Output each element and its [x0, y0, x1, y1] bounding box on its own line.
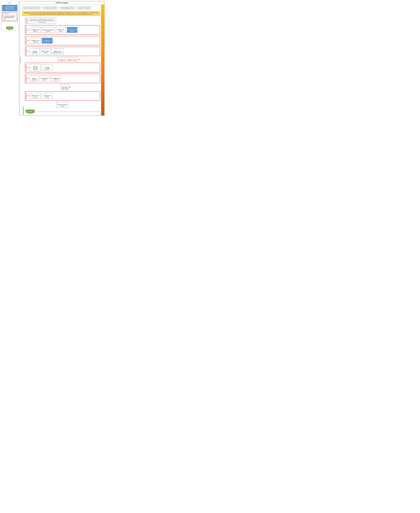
- p2-item-1: BB "alleleCount" (cpu=max): [42, 38, 52, 44]
- p5-item-2: CaVEMan filter (cpu=1): [51, 76, 61, 81]
- key-results-area: Results: [2, 24, 17, 30]
- p1-item-1: Genotype comparison (cpu=1): [42, 27, 55, 33]
- pre-exec-label: PRE-EXEC: [25, 18, 27, 24]
- p6-item-1: verifyBam "MT" (cpu=1): [42, 93, 52, 99]
- parallel-block-4: Parallel Block 4 cgpPindel (cpu=max, nic…: [25, 63, 100, 72]
- p6-content: VAGrENT "SNV" (cpu=1) verifyBam "MT" (cp…: [29, 93, 98, 99]
- between-5-6: Filtered SNV bgzip + tabix: [25, 84, 100, 90]
- p4-content: cgpPindel (cpu=max, nice=10) CaVEMan (cp…: [29, 64, 98, 72]
- p3-item-1: BRASS "input" (cpu=2): [41, 48, 50, 54]
- build-result-box: Build result archives (cpu=1): [56, 102, 68, 108]
- parallel-block-5: Parallel Block 5 BRASS (cpu=max): [25, 74, 100, 83]
- key-optional-box: Optional additional analysis. Controlled…: [2, 5, 17, 11]
- p4-item-0: cgpPindel (cpu=max, nice=10): [30, 64, 41, 71]
- diagram-content: ds-wrapper.pl Species and assembly check…: [19, 4, 104, 115]
- results-shape-key: Results: [6, 27, 13, 30]
- key-title: Key: [2, 2, 17, 3]
- p1-item-2: verifyBam "WT" (cpu=1): [56, 27, 66, 33]
- parallel-block-2-label: Parallel Block 2: [25, 37, 27, 45]
- main-panel: dockstore-cgpwgs ds-wrapper.pl Species a…: [19, 1, 105, 116]
- key-parallel-label: Parallel Block X: [3, 13, 17, 14]
- p1-arrow-in: [27, 30, 29, 30]
- dashed-line-container: [35, 111, 99, 112]
- p2-content: CaVEMan "split" (cpu=max) BB "alleleCoun…: [29, 37, 98, 44]
- parallel-block-3-label: Parallel Block 3: [25, 48, 27, 55]
- box-runparams: generate run.params: [79, 7, 91, 9]
- parallel-block-3: Parallel Block 3 ascatNgs (cpu=max): [25, 47, 100, 56]
- diagram-inner: Species and assembly checking Unpack ref…: [21, 4, 104, 115]
- box-unpack: Unpack reference files: [44, 7, 57, 9]
- parallel-block-1-label: Parallel Block 1: [25, 26, 27, 34]
- box-flagging: Setup flagging ini files: [62, 7, 75, 9]
- parallel-block-5-label: Parallel Block 5: [25, 75, 27, 82]
- p5-item-1: VAGrENT "indel" (cpu=1): [40, 76, 50, 81]
- key-parallel-outer: Parallel Block X Processes start at same…: [2, 12, 17, 21]
- results-row: Results: [25, 110, 100, 114]
- parallel-block-6-label: Parallel Block 6: [25, 92, 27, 100]
- p4-arrow-in: [27, 67, 29, 68]
- analysis-label: analysisWGS.sh: [22, 17, 24, 115]
- p5-arrow-in: [27, 78, 29, 79]
- key-panel: Key Optional additional analysis. Contro…: [1, 1, 18, 31]
- box-species: Species and assembly checking: [22, 7, 40, 9]
- analysis-section: analysisWGS.sh PRE-EXEC Only relevant fo…: [22, 17, 100, 115]
- parallel-block-4-label: Parallel Block 4: [25, 64, 27, 71]
- parallel-block-6: Parallel Block 6 VAGrENT "SNV" (cpu=1): [25, 91, 100, 101]
- analysis-content: PRE-EXEC Only relevant for manual genera…: [24, 17, 100, 115]
- p4-item-1: CaVEMan (cpu=max): [42, 65, 52, 70]
- between-3-4: ascatNgs CN --> CaVEMan CN input: [25, 57, 100, 62]
- p3-item-2: BRASS "cover" (cpu=max, nice=10): [52, 48, 63, 54]
- p5-item-0: BRASS (cpu=max): [30, 76, 38, 81]
- main-title: dockstore-cgpwgs: [19, 1, 104, 4]
- parallel-block-2: Parallel Block 2 CaVEMan "split" (cpu=ma…: [25, 36, 100, 45]
- dashed-arrow-left: [98, 111, 99, 112]
- info-box-yellow: analysisWGS.sh can be used in isolation …: [22, 11, 100, 16]
- build-result-center: Build result archives (cpu=1): [25, 102, 100, 108]
- build-result-row: Build result archives (cpu=1): [25, 101, 100, 108]
- key-parallel-inner: Processes start at same time and fill av…: [3, 15, 17, 21]
- p5-content: BRASS (cpu=max) VAGrENT "indel" (cpu=1) …: [29, 75, 98, 82]
- p1-item-0: CaVEMan "setup" (cpu=1): [30, 27, 41, 33]
- results-shape: Results: [26, 110, 35, 114]
- p3-content: ascatNgs (cpu=max) BRASS "input" (cpu=2)…: [29, 48, 98, 55]
- p2-item-0: CaVEMan "split" (cpu=max): [30, 38, 41, 44]
- pre-exec-box: Only relevant for manual generation of '…: [28, 18, 56, 24]
- dashed-line: [35, 112, 98, 112]
- pre-exec-area: PRE-EXEC Only relevant for manual genera…: [25, 18, 100, 24]
- p6-item-0: VAGrENT "SNV" (cpu=1): [30, 93, 41, 99]
- page: Key Optional additional analysis. Contro…: [0, 0, 105, 117]
- parallel-block-1: Parallel Block 1 CaVEMan "setup" (cpu: [25, 25, 100, 35]
- p1-item-3: BB "splitlocifiles" (cpu=1): [67, 27, 77, 33]
- ascat-cn-box: ascatNgs CN --> CaVEMan CN input: [58, 57, 78, 61]
- top-flow-row: Species and assembly checking Unpack ref…: [22, 5, 100, 10]
- p3-item-0: ascatNgs (cpu=max): [30, 48, 40, 54]
- ds-wrapper-label: ds-wrapper.pl: [19, 4, 21, 115]
- p1-content: CaVEMan "setup" (cpu=1) Genotype compari…: [29, 27, 98, 33]
- filtered-snv-box: Filtered SNV bgzip + tabix: [60, 84, 69, 90]
